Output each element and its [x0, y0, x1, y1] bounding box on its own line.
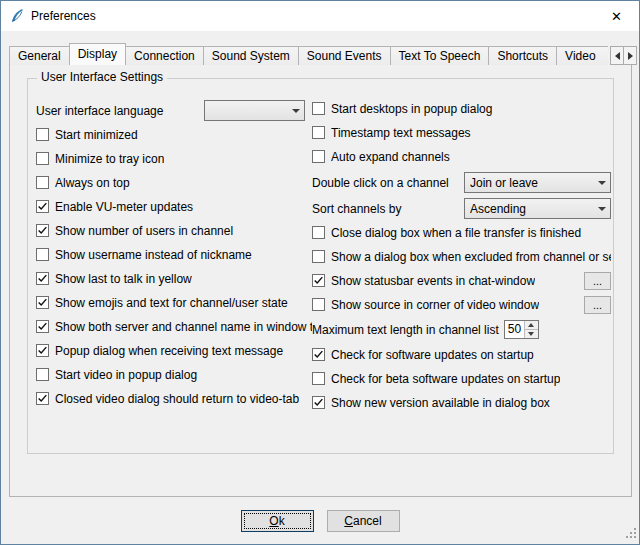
spinbox-value: 50: [505, 321, 524, 338]
checkbox-timestamp-text-messages[interactable]: Timestamp text messages: [312, 124, 611, 141]
double-click-on-a-channel-select[interactable]: Join or leave: [464, 172, 611, 193]
checked-checkbox-icon[interactable]: [312, 396, 325, 409]
checkbox-label: Check for software updates on startup: [331, 348, 534, 362]
checkbox-always-on-top[interactable]: Always on top: [36, 174, 312, 191]
tab-text-to-speech[interactable]: Text To Speech: [390, 46, 490, 65]
sort-channels-by-select[interactable]: Ascending: [464, 198, 611, 219]
scroll-left-icon: [615, 52, 620, 60]
checkbox-show-username-instead-of-nickname[interactable]: Show username instead of nickname: [36, 246, 312, 263]
spin-down-icon: [528, 332, 534, 336]
tab-connection[interactable]: Connection: [125, 46, 204, 65]
language-row: User interface language: [36, 100, 312, 121]
check-icon: [313, 275, 324, 286]
unchecked-checkbox-icon[interactable]: [36, 128, 49, 141]
tab-scroll-right-button[interactable]: [623, 46, 637, 65]
checked-checkbox-icon[interactable]: [36, 200, 49, 213]
setting-label: Double click on a channel: [312, 176, 464, 190]
checkbox-check-for-beta-software-updates-on-startup[interactable]: Check for beta software updates on start…: [312, 370, 611, 387]
sort-channels-by-row: Sort channels byAscending: [312, 198, 611, 219]
checkbox-label: Close dialog box when a file transfer is…: [331, 226, 581, 240]
title-bar: Preferences ✕: [1, 1, 639, 31]
dropdown-arrow-icon: [287, 109, 304, 113]
checkbox-label: Timestamp text messages: [331, 126, 471, 140]
checkbox-start-desktops-in-popup-dialog[interactable]: Start desktops in popup dialog: [312, 100, 611, 117]
check-icon: [313, 349, 324, 360]
close-button[interactable]: ✕: [594, 1, 639, 31]
checkbox-show-a-dialog-box-when-excluded-from-channel-or-server[interactable]: Show a dialog box when excluded from cha…: [312, 248, 611, 265]
maximum-text-length-in-channel-list-spinbox[interactable]: 50: [504, 320, 539, 339]
checked-checkbox-icon[interactable]: [36, 344, 49, 357]
scroll-right-icon: [628, 52, 633, 60]
tab-sound-events[interactable]: Sound Events: [298, 46, 391, 65]
cancel-button[interactable]: Cancel: [327, 510, 400, 532]
checkbox-label: Closed video dialog should return to vid…: [55, 392, 299, 406]
checked-checkbox-icon[interactable]: [312, 274, 325, 287]
ok-button[interactable]: Ok: [241, 510, 314, 532]
unchecked-checkbox-icon[interactable]: [312, 102, 325, 115]
setting-label: Maximum text length in channel list: [312, 323, 499, 337]
checkbox-closed-video-dialog-should-return-to-video-tab[interactable]: Closed video dialog should return to vid…: [36, 390, 312, 407]
checkbox-show-emojis-and-text-for-channel-user-state[interactable]: Show emojis and text for channel/user st…: [36, 294, 312, 311]
right-settings-list: Start desktops in popup dialogTimestamp …: [312, 100, 611, 411]
unchecked-checkbox-icon[interactable]: [312, 226, 325, 239]
spin-up-button[interactable]: [524, 321, 538, 329]
checkbox-show-both-server-and-channel-name-in-window-title[interactable]: Show both server and channel name in win…: [36, 318, 312, 335]
tab-scrollers: [608, 46, 637, 65]
window-title: Preferences: [31, 9, 96, 23]
checkbox-label: Show both server and channel name in win…: [55, 320, 312, 334]
checked-checkbox-icon[interactable]: [312, 348, 325, 361]
more-options-button[interactable]: ...: [584, 296, 611, 314]
checkbox-show-new-version-available-in-dialog-box[interactable]: Show new version available in dialog box: [312, 394, 611, 411]
checked-checkbox-icon[interactable]: [36, 272, 49, 285]
language-select[interactable]: [204, 100, 305, 121]
checked-checkbox-icon[interactable]: [36, 296, 49, 309]
unchecked-checkbox-icon[interactable]: [36, 248, 49, 261]
unchecked-checkbox-icon[interactable]: [312, 250, 325, 263]
app-icon: [9, 8, 25, 24]
language-label: User interface language: [36, 104, 204, 118]
check-icon: [37, 393, 48, 404]
tab-scroll-left-button[interactable]: [610, 46, 624, 65]
checked-checkbox-icon[interactable]: [36, 392, 49, 405]
unchecked-checkbox-icon[interactable]: [312, 298, 325, 311]
more-options-button[interactable]: ...: [584, 272, 611, 290]
checkbox-close-dialog-box-when-a-file-transfer-is-finished[interactable]: Close dialog box when a file transfer is…: [312, 224, 611, 241]
tab-display[interactable]: Display: [69, 43, 126, 65]
settings-columns: User interface language Start minimizedM…: [28, 79, 613, 453]
unchecked-checkbox-icon[interactable]: [312, 126, 325, 139]
check-icon: [37, 225, 48, 236]
checkbox-enable-vu-meter-updates[interactable]: Enable VU-meter updates: [36, 198, 312, 215]
spin-down-button[interactable]: [524, 329, 538, 338]
unchecked-checkbox-icon[interactable]: [36, 152, 49, 165]
checkbox-show-number-of-users-in-channel[interactable]: Show number of users in channel: [36, 222, 312, 239]
checkbox-start-minimized[interactable]: Start minimized: [36, 126, 312, 143]
right-settings-column: Start desktops in popup dialogTimestamp …: [312, 100, 611, 453]
check-icon: [37, 297, 48, 308]
checkbox-minimize-to-tray-icon[interactable]: Minimize to tray icon: [36, 150, 312, 167]
tab-general[interactable]: General: [9, 46, 70, 65]
checkbox-label: Start video in popup dialog: [55, 368, 197, 382]
resize-grip-icon[interactable]: [624, 526, 637, 542]
double-click-on-a-channel-row: Double click on a channelJoin or leave: [312, 172, 611, 193]
checked-checkbox-icon[interactable]: [36, 224, 49, 237]
checkbox-popup-dialog-when-receiving-text-message[interactable]: Popup dialog when receiving text message: [36, 342, 312, 359]
tab-sound-system[interactable]: Sound System: [203, 46, 299, 65]
checkbox-show-statusbar-events-in-chat-window[interactable]: Show statusbar events in chat-window...: [312, 272, 611, 289]
unchecked-checkbox-icon[interactable]: [312, 372, 325, 385]
unchecked-checkbox-icon[interactable]: [312, 150, 325, 163]
checkbox-show-last-to-talk-in-yellow[interactable]: Show last to talk in yellow: [36, 270, 312, 287]
select-value: Join or leave: [470, 176, 593, 190]
checkbox-label: Show a dialog box when excluded from cha…: [331, 250, 611, 264]
tab-shortcuts[interactable]: Shortcuts: [488, 46, 557, 65]
checkbox-start-video-in-popup-dialog[interactable]: Start video in popup dialog: [36, 366, 312, 383]
checked-checkbox-icon[interactable]: [36, 320, 49, 333]
unchecked-checkbox-icon[interactable]: [36, 368, 49, 381]
checkbox-check-for-software-updates-on-startup[interactable]: Check for software updates on startup: [312, 346, 611, 363]
checkbox-label: Show emojis and text for channel/user st…: [55, 296, 288, 310]
spinbox-buttons: [524, 321, 538, 338]
checkbox-show-source-in-corner-of-video-window[interactable]: Show source in corner of video window...: [312, 296, 611, 313]
checkbox-label: Popup dialog when receiving text message: [55, 344, 283, 358]
unchecked-checkbox-icon[interactable]: [36, 176, 49, 189]
checkbox-label: Start desktops in popup dialog: [331, 102, 492, 116]
checkbox-auto-expand-channels[interactable]: Auto expand channels: [312, 148, 611, 165]
